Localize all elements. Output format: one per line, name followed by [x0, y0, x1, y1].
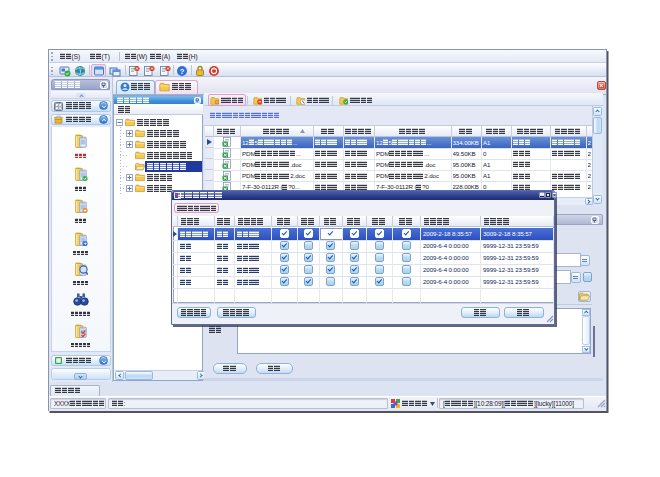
svg-text:?: ?	[180, 66, 185, 75]
